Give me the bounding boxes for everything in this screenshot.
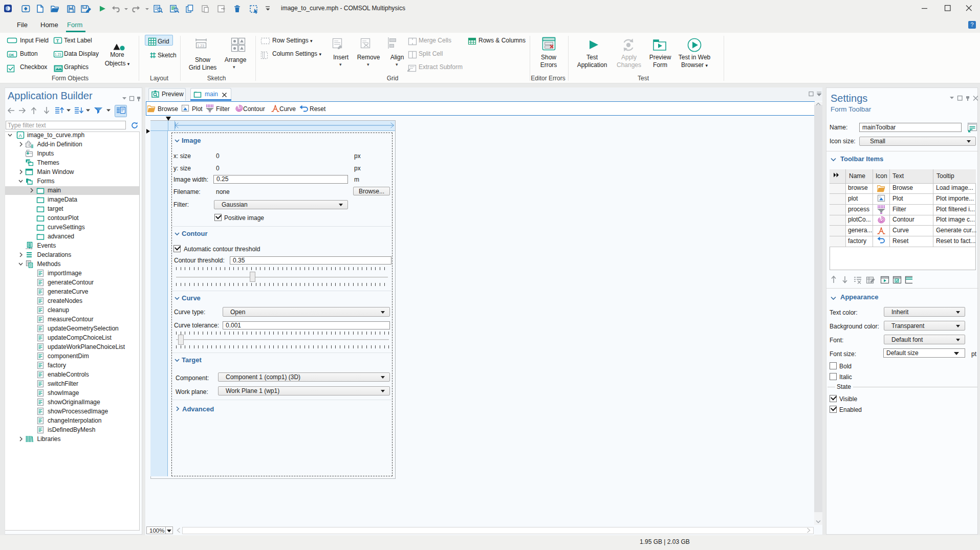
svg-text:T: T bbox=[56, 38, 59, 43]
svg-text:1.23: 1.23 bbox=[55, 53, 61, 56]
svg-text:OK: OK bbox=[9, 53, 14, 57]
svg-text:A: A bbox=[18, 133, 22, 138]
svg-text:1.23: 1.23 bbox=[198, 44, 205, 48]
